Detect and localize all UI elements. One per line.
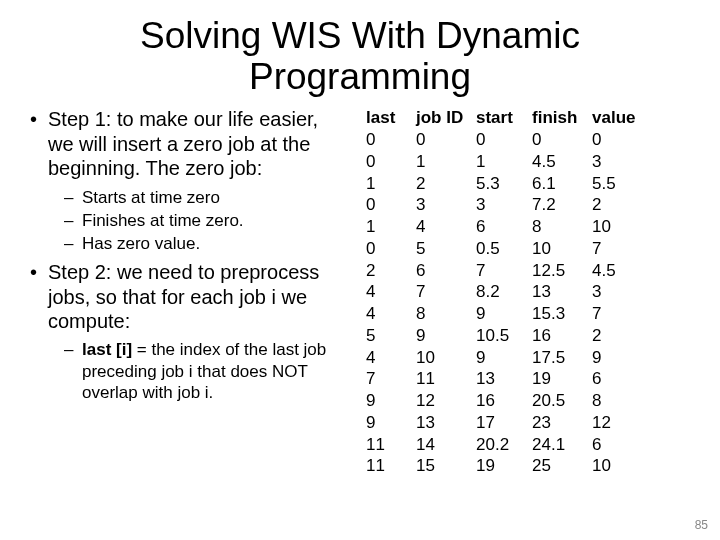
- table-cell: 4: [366, 281, 412, 303]
- step2-sub-bold: last [i]: [82, 340, 132, 359]
- jobs-table: lastjob IDstartfinishvalue000000114.5312…: [366, 107, 692, 477]
- slide-title: Solving WIS With Dynamic Programming: [28, 16, 692, 97]
- table-cell: 0: [416, 129, 472, 151]
- table-cell: 15: [416, 455, 472, 477]
- step1-sub-item: Finishes at time zero.: [48, 210, 348, 231]
- table-cell: 17.5: [532, 347, 588, 369]
- table-cell: 24.1: [532, 434, 588, 456]
- table-header: value: [592, 107, 648, 129]
- table-cell: 9: [476, 303, 528, 325]
- table-cell: 23: [532, 412, 588, 434]
- table-cell: 13: [532, 281, 588, 303]
- step1-text: Step 1: to make our life easier, we will…: [48, 108, 318, 179]
- table-cell: 14: [416, 434, 472, 456]
- table-cell: 0: [366, 194, 412, 216]
- table-cell: 6: [416, 260, 472, 282]
- table-cell: 7: [366, 368, 412, 390]
- table-cell: 0: [366, 129, 412, 151]
- table-cell: 1: [416, 151, 472, 173]
- table-cell: 12: [592, 412, 648, 434]
- table-cell: 1: [366, 173, 412, 195]
- table-cell: 10: [592, 455, 648, 477]
- table-header: job ID: [416, 107, 472, 129]
- step1-sub-item: Has zero value.: [48, 233, 348, 254]
- table-cell: 8: [592, 390, 648, 412]
- table-cell: 6.1: [532, 173, 588, 195]
- step2-bullet: Step 2: we need to preprocess jobs, so t…: [28, 260, 348, 403]
- table-cell: 17: [476, 412, 528, 434]
- table-cell: 1: [366, 216, 412, 238]
- slide: Solving WIS With Dynamic Programming Ste…: [0, 0, 720, 477]
- table-cell: 2: [592, 325, 648, 347]
- table-cell: 7.2: [532, 194, 588, 216]
- step1-bullet: Step 1: to make our life easier, we will…: [28, 107, 348, 254]
- table-cell: 3: [416, 194, 472, 216]
- table-cell: 11: [416, 368, 472, 390]
- table-cell: 6: [592, 434, 648, 456]
- table-cell: 4: [366, 303, 412, 325]
- table-cell: 9: [592, 347, 648, 369]
- bullet-column: Step 1: to make our life easier, we will…: [28, 107, 348, 477]
- table-cell: 2: [592, 194, 648, 216]
- table-cell: 4: [416, 216, 472, 238]
- table-cell: 3: [476, 194, 528, 216]
- table-header: start: [476, 107, 528, 129]
- table-cell: 3: [592, 281, 648, 303]
- table-cell: 9: [416, 325, 472, 347]
- step2-text: Step 2: we need to preprocess jobs, so t…: [48, 261, 319, 332]
- table-cell: 9: [366, 390, 412, 412]
- table-cell: 7: [416, 281, 472, 303]
- table-cell: 8.2: [476, 281, 528, 303]
- table-cell: 12.5: [532, 260, 588, 282]
- table-cell: 5: [366, 325, 412, 347]
- table-cell: 11: [366, 434, 412, 456]
- table-cell: 7: [592, 238, 648, 260]
- table-cell: 7: [592, 303, 648, 325]
- table-cell: 10: [592, 216, 648, 238]
- table-cell: 0: [532, 129, 588, 151]
- table-cell: 7: [476, 260, 528, 282]
- table-cell: 2: [416, 173, 472, 195]
- table-cell: 12: [416, 390, 472, 412]
- table-cell: 5.5: [592, 173, 648, 195]
- table-cell: 10.5: [476, 325, 528, 347]
- table-header: finish: [532, 107, 588, 129]
- table-cell: 10: [416, 347, 472, 369]
- table-cell: 6: [592, 368, 648, 390]
- table-cell: 0: [592, 129, 648, 151]
- table-cell: 0: [366, 238, 412, 260]
- table-cell: 16: [476, 390, 528, 412]
- table-cell: 19: [476, 455, 528, 477]
- step2-sublist: last [i] = the index of the last job pre…: [48, 339, 348, 403]
- table-cell: 3: [592, 151, 648, 173]
- table-cell: 6: [476, 216, 528, 238]
- table-cell: 0: [366, 151, 412, 173]
- table-cell: 8: [416, 303, 472, 325]
- table-cell: 15.3: [532, 303, 588, 325]
- table-cell: 20.5: [532, 390, 588, 412]
- table-cell: 13: [476, 368, 528, 390]
- table-cell: 9: [366, 412, 412, 434]
- step2-sub-item: last [i] = the index of the last job pre…: [48, 339, 348, 403]
- page-number: 85: [695, 518, 708, 532]
- table-cell: 20.2: [476, 434, 528, 456]
- table-cell: 10: [532, 238, 588, 260]
- table-cell: 5: [416, 238, 472, 260]
- table-cell: 0: [476, 129, 528, 151]
- table-cell: 8: [532, 216, 588, 238]
- table-cell: 4: [366, 347, 412, 369]
- table-cell: 11: [366, 455, 412, 477]
- table-cell: 5.3: [476, 173, 528, 195]
- table-column: lastjob IDstartfinishvalue000000114.5312…: [366, 107, 692, 477]
- table-cell: 4.5: [592, 260, 648, 282]
- content-row: Step 1: to make our life easier, we will…: [28, 107, 692, 477]
- table-cell: 13: [416, 412, 472, 434]
- table-cell: 2: [366, 260, 412, 282]
- table-header: last: [366, 107, 412, 129]
- table-cell: 0.5: [476, 238, 528, 260]
- table-cell: 19: [532, 368, 588, 390]
- table-cell: 16: [532, 325, 588, 347]
- table-cell: 25: [532, 455, 588, 477]
- table-cell: 4.5: [532, 151, 588, 173]
- table-cell: 1: [476, 151, 528, 173]
